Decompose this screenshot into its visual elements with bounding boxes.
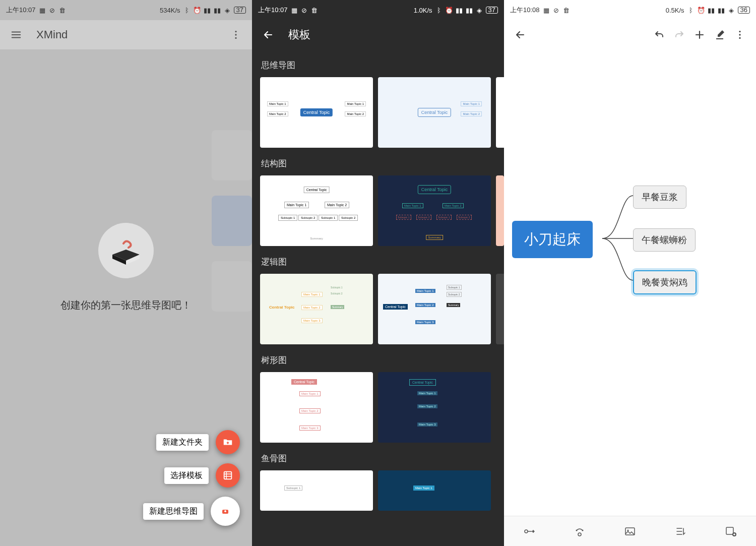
menu-button[interactable]: [6, 25, 26, 45]
node-label: Subtopic 2: [339, 215, 358, 221]
more-button[interactable]: [730, 25, 750, 45]
undo-button[interactable]: [649, 25, 669, 45]
section-title-logic: 逻辑图: [261, 256, 496, 268]
format-button[interactable]: [710, 25, 730, 45]
template-logic-2[interactable]: Central Topic Main Topic 1 Main Topic 2 …: [378, 274, 491, 344]
fab-new-mindmap[interactable]: [211, 497, 240, 526]
template-logic-3-peek[interactable]: [496, 274, 504, 344]
node-label: Main Topic 2: [267, 111, 288, 116]
back-button[interactable]: [510, 25, 530, 45]
status-bar: 上午10:07 ▦ ⊘ 🗑 1.0K/s ᛒ ⏰ ▮▮ ▮▮ ◈ 37: [252, 0, 504, 20]
node-label: Subtopic 2: [331, 292, 343, 295]
node-label: Main Topic 1: [415, 289, 435, 293]
app-bar: 模板: [252, 20, 504, 49]
signal-icon-2: ▮▮: [466, 7, 473, 14]
dnd-icon: ⊘: [49, 7, 56, 14]
section-title-mindmap: 思维导图: [261, 59, 496, 71]
mindmap-child-node[interactable]: 早餐豆浆: [633, 186, 686, 209]
template-mindmap-3-peek[interactable]: [496, 77, 504, 148]
more-button[interactable]: [226, 25, 246, 45]
wifi-icon: ◈: [728, 7, 735, 14]
screen-editor: 上午10:08 ▦ ⊘ 🗑 0.5K/s ᛒ ⏰ ▮▮ ▮▮ ◈ 36: [504, 0, 756, 546]
trash-icon: 🗑: [563, 7, 570, 14]
node-label: Main Topic 1: [402, 203, 423, 208]
add-attachment-button[interactable]: [721, 521, 741, 541]
node-label: Subtopic 1: [284, 486, 302, 491]
central-topic-label: Central Topic: [409, 379, 436, 386]
notification-icon: ▦: [39, 7, 46, 14]
node-label: Subtopic 2: [457, 215, 472, 220]
node-label: Main Topic 2: [415, 303, 435, 307]
central-topic-label: Central Topic: [418, 185, 451, 194]
redo-button[interactable]: [669, 25, 689, 45]
app-bar: XMind: [0, 20, 252, 49]
node-label: Main Topic 1: [345, 101, 366, 106]
template-org-2[interactable]: Central Topic Main Topic 1 Main Topic 2 …: [378, 175, 491, 246]
add-sibling-button[interactable]: [570, 521, 590, 541]
node-label: Main Topic 1: [417, 391, 437, 395]
template-list[interactable]: 思维导图 Central Topic Main Topic 1 Main Top…: [252, 49, 504, 546]
section-title-fishbone: 鱼骨图: [261, 453, 496, 464]
template-fishbone-1[interactable]: Subtopic 1: [260, 470, 373, 511]
battery-indicator: 37: [234, 7, 246, 14]
mindmap-root-node[interactable]: 小刀起床: [512, 221, 593, 258]
svg-rect-3: [224, 472, 232, 479]
node-label: Main Topic 1: [461, 101, 482, 106]
bluetooth-icon: ᛒ: [687, 7, 695, 14]
template-tree-1[interactable]: Central Topic Main Topic 1 Main Topic 2 …: [260, 372, 373, 443]
fab-choose-template[interactable]: [216, 463, 240, 488]
insert-image-button[interactable]: [620, 521, 640, 541]
mindmap-child-node[interactable]: 午餐螺蛳粉: [633, 228, 696, 252]
node-label: Main Topic 1: [299, 391, 321, 396]
battery-indicator: 37: [486, 7, 498, 14]
template-mindmap-1[interactable]: Central Topic Main Topic 1 Main Topic 2 …: [260, 77, 373, 148]
fab-label-choose-template: 选择模板: [164, 467, 209, 484]
app-title: XMind: [36, 28, 68, 41]
wifi-icon: ◈: [224, 7, 231, 14]
dnd-icon: ⊘: [553, 7, 560, 14]
template-mindmap-2[interactable]: Central Topic Main Topic 1 Main Topic 2: [378, 77, 491, 148]
mindmap-canvas[interactable]: 小刀起床 早餐豆浆 午餐螺蛳粉 晚餐黄焖鸡: [504, 49, 756, 516]
outline-button[interactable]: [670, 521, 690, 541]
node-label: Main Topic 1: [267, 101, 288, 106]
network-speed: 534K/s: [160, 7, 180, 14]
node-label: Subtopic 1: [447, 285, 462, 290]
node-label: Subtopic 1: [436, 215, 452, 220]
alarm-icon: ⏰: [698, 7, 705, 14]
mindmap-child-node-selected[interactable]: 晚餐黄焖鸡: [633, 270, 697, 294]
template-org-1[interactable]: Central Topic Main Topic 1 Main Topic 2 …: [260, 175, 373, 246]
add-subtopic-button[interactable]: [519, 521, 539, 541]
svg-point-2: [235, 37, 236, 39]
summary-label: Summary: [331, 305, 344, 309]
svg-point-11: [576, 529, 578, 531]
summary-label: Summary: [426, 235, 443, 240]
summary-label: Summary: [447, 303, 460, 307]
central-topic-label: Central Topic: [418, 108, 451, 117]
svg-point-10: [578, 533, 581, 536]
node-label: Subtopic 1: [331, 286, 343, 289]
template-fishbone-2[interactable]: Main Topic 1: [378, 470, 491, 511]
section-title-tree: 树形图: [261, 354, 496, 366]
template-logic-1[interactable]: Central Topic Main Topic 1 Main Topic 2 …: [260, 274, 373, 344]
screen-home: 上午10:07 ▦ ⊘ 🗑 534K/s ᛒ ⏰ ▮▮ ▮▮ ◈ 37 XMin…: [0, 0, 252, 546]
svg-point-8: [525, 530, 528, 533]
template-org-3-peek[interactable]: [496, 175, 504, 246]
add-button[interactable]: [689, 25, 710, 45]
fab-new-folder[interactable]: [216, 430, 240, 454]
svg-point-7: [739, 37, 740, 39]
back-button[interactable]: [258, 25, 278, 45]
notification-icon: ▦: [543, 7, 550, 14]
battery-indicator: 36: [738, 7, 750, 14]
screen-templates: 上午10:07 ▦ ⊘ 🗑 1.0K/s ᛒ ⏰ ▮▮ ▮▮ ◈ 37 模板 思…: [252, 0, 504, 546]
svg-point-1: [235, 34, 236, 35]
section-title-org: 结构图: [261, 158, 496, 169]
alarm-icon: ⏰: [446, 7, 453, 14]
signal-icon-2: ▮▮: [214, 7, 221, 14]
wifi-icon: ◈: [476, 7, 483, 14]
empty-illustration: [98, 223, 154, 278]
template-tree-2[interactable]: Central Topic Main Topic 1 Main Topic 2 …: [378, 372, 491, 443]
svg-point-6: [739, 34, 740, 35]
svg-point-5: [739, 31, 740, 32]
status-time: 上午10:07: [6, 6, 36, 15]
node-label: Main Topic 1: [301, 292, 323, 297]
